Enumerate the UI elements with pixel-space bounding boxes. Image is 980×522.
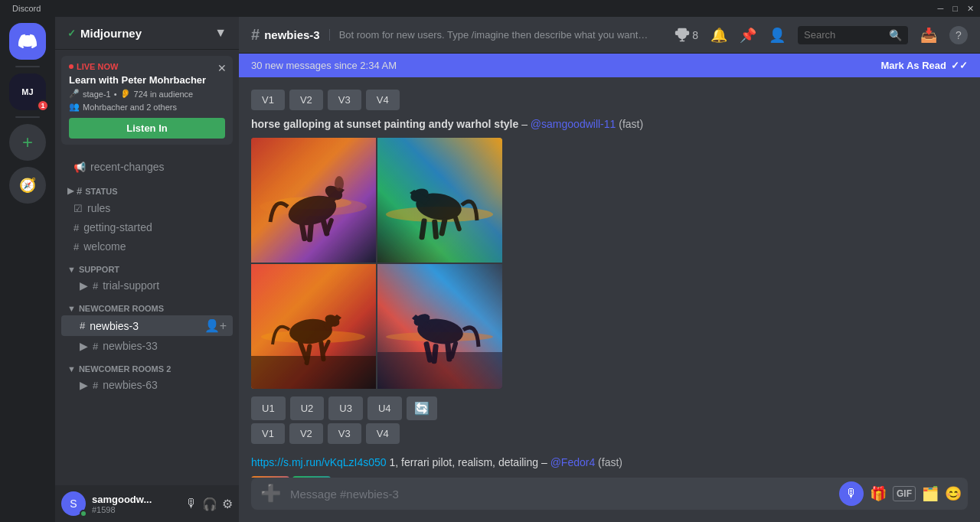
channel-name-label: recent-changes [90,161,165,173]
u4-button[interactable]: U4 [368,396,402,420]
horse-image-2[interactable] [377,138,502,263]
inbox-button[interactable]: 📥 [920,27,937,44]
prompt-text: horse galloping at sunset painting andy … [251,118,518,130]
category-collapsed[interactable]: ▶ # status [55,182,239,198]
search-input[interactable] [804,29,884,41]
channel-recent-changes[interactable]: 📢 recent-changes [61,158,233,176]
prompt-speed-label: (fast) [619,118,643,130]
ferrari-user[interactable]: @Fedor4 [550,456,596,468]
channel-hash-icon: # [77,185,82,197]
v4-button-top[interactable]: V4 [366,90,400,110]
category-newcomer-rooms[interactable]: ▼ NEWCOMER ROOMS [55,301,239,315]
input-right-actions: 🎁 GIF 🗂️ 😊 [870,485,962,502]
maximize-button[interactable]: □ [952,4,958,13]
v4-button-bottom[interactable]: V4 [366,423,400,444]
v2-button-bottom[interactable]: V2 [289,423,323,444]
horse-image-4[interactable] [377,264,502,389]
help-button[interactable]: ? [949,26,968,44]
checkmark-icon: ✓ [67,28,76,39]
user-settings-button[interactable]: ⚙ [222,497,233,511]
channel-newbies-63[interactable]: ▶ # newbies-63 [61,376,233,394]
server-name-label: Midjourney [80,27,142,40]
channel-list: 📢 recent-changes ▶ # status ☑ rules # ge… [55,151,239,485]
ferrari-speed-label: (fast) [598,456,622,468]
channel-newbies-3[interactable]: # newbies-3 👤+ [61,315,233,336]
sticker-icon[interactable]: 🗂️ [922,485,939,502]
notification-badge: 1 [37,100,49,112]
discord-app-label: Discord [12,4,41,13]
server-separator [15,66,40,67]
server-name: ✓ Midjourney [67,27,142,40]
u1-button[interactable]: U1 [251,396,286,420]
mute-microphone-button[interactable]: 🎙 [185,497,198,511]
v3-button-top[interactable]: V3 [328,90,361,110]
search-box[interactable]: 🔍 [798,26,908,44]
server-separator-2 [15,116,40,118]
channel-trial-support[interactable]: ▶ # trial-support [61,276,233,295]
v1-button-top[interactable]: V1 [251,90,285,110]
listen-in-button[interactable]: Listen In [69,118,225,139]
add-member-icon[interactable]: 👤+ [204,318,227,333]
mark-as-read-button[interactable]: Mark As Read ✓✓ [881,60,969,71]
member-count-label: 8 [692,29,698,41]
pin-icon[interactable]: 📌 [740,27,756,44]
voice-message-button[interactable]: 🎙 [839,481,864,506]
arrow-right-icon: ▶ [67,186,74,196]
user-tag-label: #1598 [92,505,179,514]
emoji-icon[interactable]: 😊 [945,485,962,502]
channel-name-label: welcome [83,240,126,253]
v2-button-top[interactable]: V2 [289,90,323,110]
close-button[interactable]: ✕ [967,4,974,14]
active-channel-name: newbies-3 [264,28,320,41]
channel-welcome[interactable]: # welcome [61,237,233,256]
refresh-button[interactable]: 🔄 [407,396,437,420]
channel-getting-started[interactable]: # getting-started [61,218,233,237]
arrow-down-icon-3: ▼ [67,364,76,374]
prompt-user[interactable]: @samgoodwill-11 [531,118,616,130]
arrow-down-icon-2: ▼ [67,304,76,313]
messages-area[interactable]: V1 V2 V3 V4 horse galloping at sunset pa… [239,77,980,478]
horse-image-3[interactable] [251,264,376,389]
server-header[interactable]: ✓ Midjourney ▼ [55,17,239,50]
channel-description: Bot room for new users. Type /imagine th… [329,29,651,41]
channel-name-label: trial-support [103,279,159,292]
channel-newbies-33[interactable]: ▶ # newbies-33 [61,337,233,355]
v3-button-bottom[interactable]: V3 [328,423,361,444]
u3-button[interactable]: U3 [328,396,363,420]
add-server-button[interactable]: + [9,124,46,161]
category-label: status [85,187,117,196]
channel-name-header: # newbies-3 [251,26,320,44]
u2-button[interactable]: U2 [290,396,325,420]
midjourney-server-icon[interactable]: MJ 1 [9,73,46,110]
ferrari-prompt: https://s.mj.run/vKqLzI4s050 1, ferrari … [251,456,968,468]
arrow-right-icon-4: ▶ [80,379,88,391]
close-live-banner-button[interactable]: ✕ [217,62,227,74]
discord-home-icon[interactable] [9,23,46,60]
app-layout: MJ 1 + 🧭 ✓ Midjourney ▼ ✕ LIVE NOW Learn [0,17,980,522]
message-input[interactable] [290,479,833,509]
gif-button[interactable]: GIF [893,486,916,501]
category-newcomer-rooms-2[interactable]: ▼ NEWCOMER ROOMS 2 [55,361,239,375]
mic-icon: 🎙 [845,487,858,501]
ferrari-link[interactable]: https://s.mj.run/vKqLzI4s050 [251,456,387,468]
new-messages-banner: 30 new messages since 2:34 AM Mark As Re… [239,54,980,77]
live-now-hosts: 👥 Mohrbacher and 2 others [69,102,225,112]
add-attachment-button[interactable]: ➕ [257,478,284,510]
title-bar: Discord ─ □ ✕ [0,0,980,17]
explore-servers-button[interactable]: 🧭 [9,167,46,204]
deafen-button[interactable]: 🎧 [202,497,217,511]
horse-image-1[interactable] [251,138,376,263]
gift-icon[interactable]: 🎁 [870,485,887,502]
notification-settings-button[interactable]: 🔔 [710,27,727,44]
minimize-button[interactable]: ─ [938,4,944,13]
horse-image-grid[interactable] [251,138,502,389]
audience-icon: 👂 [120,89,131,99]
chevron-down-icon: ▼ [214,26,227,40]
stage-members-icon[interactable]: 8 [675,28,698,43]
members-list-button[interactable]: 👤 [769,27,786,44]
channel-rules[interactable]: ☑ rules [61,199,233,217]
v1-button-bottom[interactable]: V1 [251,423,285,444]
svg-rect-21 [251,356,376,389]
top-bar-actions: 8 🔔 📌 👤 🔍 📥 ? [675,26,968,44]
category-support[interactable]: ▼ SUPPORT [55,262,239,276]
